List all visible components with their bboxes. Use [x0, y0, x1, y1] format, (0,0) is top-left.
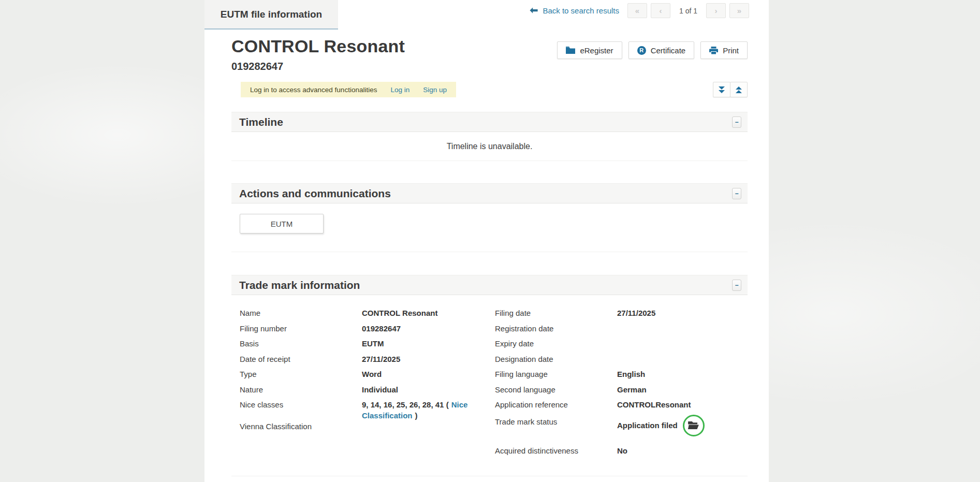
application-filed-status-icon — [683, 415, 705, 436]
section-timeline: Timeline − Timeline is unavailable. — [231, 112, 748, 161]
info-row-filing-number: Filing number 019282647 — [231, 323, 495, 339]
field-value: 27/11/2025 — [617, 308, 748, 318]
field-value: Application filed — [617, 415, 748, 436]
timeline-body: Timeline is unavailable. — [231, 132, 748, 161]
field-label: Trade mark status — [495, 415, 617, 427]
field-value: 019282647 — [362, 323, 490, 334]
page-indicator: 1 of 1 — [679, 7, 697, 15]
field-label: Expiry date — [495, 338, 617, 349]
back-link-label: Back to search results — [543, 6, 619, 15]
previous-page-button[interactable]: ‹ — [651, 3, 670, 18]
field-value: CONTROL Resonant — [362, 308, 490, 318]
chevron-left-icon: ‹ — [659, 6, 662, 15]
field-label: Filing date — [495, 308, 617, 318]
info-row-nice-classes: Nice classes 9, 14, 16, 25, 26, 28, 41 (… — [231, 399, 495, 421]
info-row-vienna-classification: Vienna Classification — [231, 421, 495, 436]
eutm-tab-label: EUTM — [271, 220, 293, 228]
field-label: Basis — [231, 338, 362, 349]
folder-icon — [566, 47, 575, 54]
trademark-collapse-button[interactable]: − — [732, 280, 741, 291]
nice-classes-values: 9, 14, 16, 25, 26, 28, 41 ( — [362, 400, 449, 409]
first-page-button[interactable]: « — [627, 3, 647, 18]
field-label: Acquired distinctiveness — [495, 445, 617, 456]
trademark-info-right-column: Filing date 27/11/2025 Registration date… — [495, 308, 748, 460]
field-value: 27/11/2025 — [362, 354, 490, 364]
field-label: Filing language — [495, 369, 617, 379]
actions-body: EUTM — [231, 203, 748, 252]
field-label: Second language — [495, 384, 617, 395]
field-label: Date of receipt — [231, 354, 362, 364]
double-chevron-up-icon — [736, 86, 742, 93]
info-row-filing-language: Filing language English — [495, 369, 748, 384]
section-actions-communications: Actions and communications − EUTM — [231, 183, 748, 252]
info-row-basis: Basis EUTM — [231, 338, 495, 354]
timeline-collapse-button[interactable]: − — [732, 116, 741, 128]
print-button[interactable]: Print — [700, 41, 748, 59]
signup-link[interactable]: Sign up — [423, 86, 447, 94]
trademark-body: Name CONTROL Resonant Filing number 0192… — [231, 295, 748, 476]
double-chevron-right-icon: » — [737, 6, 741, 15]
expand-collapse-group — [713, 82, 748, 97]
field-label: Registration date — [495, 323, 617, 334]
filing-number-heading: 019282647 — [231, 61, 405, 72]
field-value: German — [617, 384, 748, 395]
double-chevron-left-icon: « — [635, 6, 639, 15]
nice-classes-close-paren: ) — [415, 411, 418, 420]
field-value: Individual — [362, 384, 490, 395]
info-row-filing-date: Filing date 27/11/2025 — [495, 308, 748, 323]
timeline-empty-message: Timeline is unavailable. — [447, 142, 533, 151]
eregister-button[interactable]: eRegister — [557, 41, 622, 59]
info-row-second-language: Second language German — [495, 384, 748, 400]
title-block: CONTROL Resonant 019282647 — [231, 36, 405, 72]
field-value: 9, 14, 16, 25, 26, 28, 41 (Nice Classifi… — [362, 399, 490, 421]
login-link[interactable]: Log in — [390, 86, 409, 94]
expand-all-button[interactable] — [713, 82, 730, 97]
timeline-title: Timeline — [239, 116, 283, 128]
back-to-search-link[interactable]: Back to search results — [530, 6, 619, 15]
certificate-button[interactable]: R Certificate — [628, 41, 695, 59]
field-label: Name — [231, 308, 362, 318]
printer-icon — [709, 47, 718, 54]
info-row-trademark-status: Trade mark status Application filed — [495, 415, 748, 441]
actions-title: Actions and communications — [239, 187, 391, 200]
trademark-title: Trade mark information — [239, 279, 360, 291]
eregister-label: eRegister — [580, 46, 613, 55]
timeline-header: Timeline − — [231, 112, 748, 132]
next-page-button[interactable]: › — [706, 3, 726, 18]
info-row-acquired-distinctiveness: Acquired distinctiveness No — [495, 445, 748, 461]
field-label: Nature — [231, 384, 362, 395]
certificate-label: Certificate — [651, 46, 686, 55]
double-chevron-down-icon — [719, 86, 725, 93]
login-banner: Log in to access advanced functionalitie… — [241, 82, 456, 97]
sections: Timeline − Timeline is unavailable. Acti… — [231, 112, 748, 482]
pagination: « ‹ 1 of 1 › » — [627, 3, 749, 18]
trademark-header: Trade mark information − — [231, 275, 748, 295]
field-label: Nice classes — [231, 399, 362, 410]
action-buttons: eRegister R Certificate Print — [557, 41, 748, 59]
info-row-type: Type Word — [231, 369, 495, 384]
info-row-application-reference: Application reference CONTROLResonant — [495, 399, 748, 415]
chevron-right-icon: › — [715, 6, 718, 15]
tab-eutm-file-information[interactable]: EUTM file information — [204, 0, 338, 30]
last-page-button[interactable]: » — [729, 3, 749, 18]
trademark-info-left-column: Name CONTROL Resonant Filing number 0192… — [231, 308, 495, 460]
eutm-tab-button[interactable]: EUTM — [240, 214, 324, 233]
collapse-all-button[interactable] — [730, 82, 748, 97]
arrow-left-icon — [530, 7, 538, 14]
page-title: CONTROL Resonant — [231, 36, 405, 56]
field-label: Application reference — [495, 399, 617, 410]
field-value: Word — [362, 369, 490, 379]
actions-collapse-button[interactable]: − — [732, 188, 741, 199]
print-label: Print — [723, 46, 739, 55]
field-label: Filing number — [231, 323, 362, 334]
info-row-registration-date: Registration date — [495, 323, 748, 339]
field-value: No — [617, 445, 748, 456]
field-label: Type — [231, 369, 362, 379]
field-value: CONTROLResonant — [617, 399, 748, 410]
section-trademark-information: Trade mark information − Name CONTROL Re… — [231, 275, 748, 476]
field-value: EUTM — [362, 338, 490, 349]
eutm-file-page: EUTM file information Back to search res… — [204, 0, 769, 482]
info-row-designation-date: Designation date — [495, 354, 748, 369]
top-nav: Back to search results « ‹ 1 of 1 › » — [530, 3, 749, 18]
info-row-expiry-date: Expiry date — [495, 338, 748, 354]
